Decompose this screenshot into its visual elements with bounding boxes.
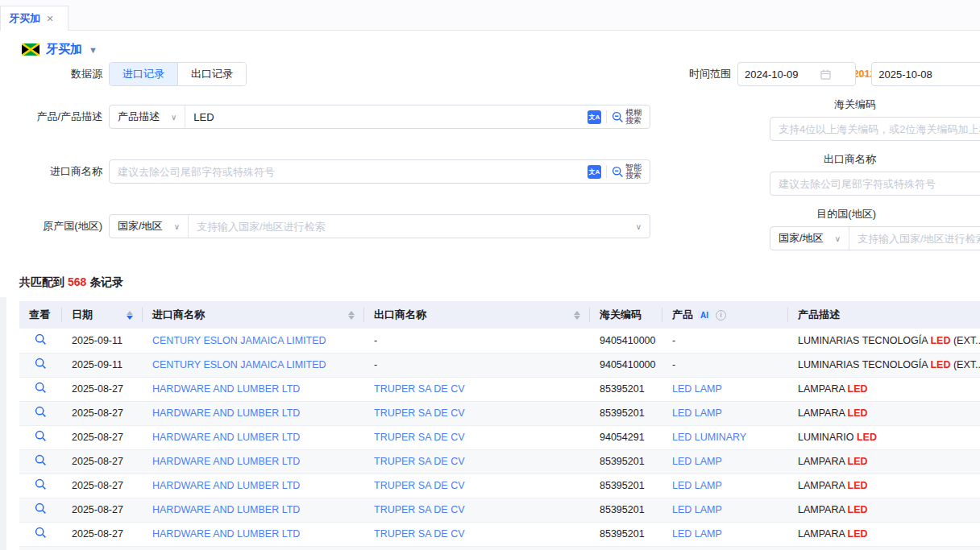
view-record-button[interactable] (19, 522, 62, 546)
view-record-button[interactable] (19, 473, 62, 498)
translate-icon[interactable]: 文A (588, 110, 601, 124)
importer-link[interactable]: CENTURY ESLON JAMAICA LIMITED (152, 359, 326, 370)
chevron-down-icon[interactable]: ▼ (89, 45, 98, 55)
product-cell: LED LUMINARY (662, 425, 788, 449)
search-icon[interactable] (35, 382, 47, 394)
export-records-button[interactable]: 出口记录 (178, 63, 246, 85)
search-icon[interactable] (35, 527, 47, 539)
date-to-input[interactable] (878, 68, 949, 81)
chevron-down-icon: ∨ (174, 222, 180, 231)
search-icon[interactable] (35, 358, 47, 370)
product-link[interactable]: LED LAMP (672, 407, 722, 419)
exporter-link[interactable]: TRUPER SA DE CV (374, 407, 465, 419)
product-cell: - (662, 329, 788, 353)
search-minus-icon (612, 111, 624, 123)
sort-button[interactable] (127, 311, 133, 320)
view-record-button[interactable] (19, 377, 62, 401)
hs-code-cell: 9405410000 (590, 353, 662, 377)
exporter-link[interactable]: TRUPER SA DE CV (374, 456, 465, 467)
exporter-link[interactable]: TRUPER SA DE CV (374, 383, 465, 395)
destination-country-select[interactable]: 国家/地区∨ (770, 227, 849, 250)
chevron-down-icon: ∨ (835, 234, 841, 243)
calendar-icon[interactable] (820, 69, 831, 80)
view-record-button[interactable] (19, 329, 62, 353)
exporter-cell: TRUPER SA DE CV (364, 546, 590, 550)
importer-link[interactable]: HARDWARE AND LUMBER LTD (152, 432, 300, 443)
product-cell: LED LAMP (662, 473, 788, 498)
hs-code-input[interactable] (770, 123, 980, 135)
column-header-3[interactable]: 出口商名称 (364, 301, 590, 329)
results-table: 查看日期进口商名称出口商名称海关编码产品AIi产品描述 2025-09-11CE… (19, 301, 980, 550)
column-header-2[interactable]: 进口商名称 (143, 301, 364, 329)
sort-button[interactable] (574, 311, 580, 320)
importer-link[interactable]: HARDWARE AND LUMBER LTD (152, 456, 300, 467)
importer-link[interactable]: CENTURY ESLON JAMAICA LIMITED (152, 335, 326, 346)
smart-search-button[interactable]: 智能搜索 (612, 163, 643, 180)
column-header-1[interactable]: 日期 (62, 301, 143, 329)
table-row: 2025-08-27HARDWARE AND LUMBER LTDTRUPER … (19, 425, 980, 449)
importer-name-input[interactable] (110, 166, 581, 178)
description-cell: LUMINARIAS TECNOLOGÍA LED (EXT... (788, 353, 980, 377)
country-title[interactable]: 牙买加 (46, 42, 82, 57)
close-icon[interactable]: × (47, 13, 53, 24)
search-icon[interactable] (35, 430, 47, 442)
importer-link[interactable]: HARDWARE AND LUMBER LTD (152, 480, 300, 491)
view-record-button[interactable] (19, 353, 62, 377)
date-from-input[interactable] (745, 68, 816, 81)
product-link[interactable]: LED LAMP (672, 383, 722, 395)
view-record-button[interactable] (19, 425, 62, 449)
exporter-name-input[interactable] (770, 178, 980, 190)
search-icon[interactable] (35, 502, 47, 515)
table-row: 2025-08-27HARDWARE AND LUMBER LTDTRUPER … (19, 377, 980, 401)
search-icon[interactable] (35, 454, 47, 466)
product-link[interactable]: LED LUMINARY (672, 432, 746, 443)
exporter-link[interactable]: TRUPER SA DE CV (374, 432, 465, 443)
result-count: 共匹配到568条记录 (19, 275, 980, 290)
column-header-5: 产品AIi (662, 301, 788, 329)
importer-link[interactable]: HARDWARE AND LUMBER LTD (152, 383, 300, 395)
product-field-select[interactable]: 产品描述∨ (110, 105, 185, 128)
fuzzy-search-button[interactable]: 模糊搜索 (612, 109, 643, 125)
date-cell: 2025-08-27 (62, 401, 143, 425)
product-search-input[interactable] (185, 111, 581, 123)
sort-button[interactable] (348, 311, 355, 320)
importer-cell: HARDWARE AND LUMBER LTD (143, 401, 364, 425)
search-icon[interactable] (35, 333, 47, 345)
product-link: - (672, 335, 675, 346)
search-icon[interactable] (35, 478, 47, 490)
importer-link[interactable]: HARDWARE AND LUMBER LTD (152, 504, 300, 515)
importer-cell: CENTURY ESLON JAMAICA LIMITED (143, 329, 364, 353)
view-record-button[interactable] (19, 401, 62, 425)
product-link[interactable]: LED LAMP (672, 456, 722, 467)
view-record-button[interactable] (19, 449, 62, 473)
destination-country-input[interactable] (849, 233, 980, 245)
date-cell: 2025-08-27 (62, 449, 143, 473)
column-header-6: 产品描述 (788, 301, 980, 329)
exporter-cell: TRUPER SA DE CV (364, 401, 590, 425)
product-link[interactable]: LED LAMP (672, 480, 722, 491)
exporter-link[interactable]: TRUPER SA DE CV (374, 504, 465, 515)
exporter-link[interactable]: TRUPER SA DE CV (374, 480, 465, 491)
view-record-button[interactable] (19, 498, 62, 522)
table-row: 2025-08-27HARDWARE AND LUMBER LTDTRUPER … (19, 449, 980, 473)
origin-country-input[interactable] (189, 221, 636, 233)
importer-link[interactable]: HARDWARE AND LUMBER LTD (152, 528, 300, 540)
hs-code-cell: 85395201 (590, 498, 662, 522)
translate-icon[interactable]: 文A (588, 165, 601, 179)
date-cell: 2025-09-11 (62, 329, 143, 353)
description-cell: LAMPARA LED (788, 522, 980, 546)
product-link[interactable]: LED LAMP (672, 504, 722, 515)
tab-jamaica[interactable]: 牙买加 × (0, 6, 69, 31)
import-records-button[interactable]: 进口记录 (110, 63, 178, 85)
origin-country-select[interactable]: 国家/地区∨ (110, 215, 189, 238)
date-cell: 2025-08-27 (62, 546, 143, 550)
jamaica-flag-icon (22, 43, 39, 56)
search-icon[interactable] (35, 406, 47, 418)
result-count-number: 568 (68, 275, 86, 288)
date-range-dash: – (861, 68, 866, 81)
importer-link[interactable]: HARDWARE AND LUMBER LTD (152, 407, 300, 419)
view-record-button[interactable] (19, 546, 62, 550)
info-icon[interactable]: i (716, 310, 726, 320)
exporter-link[interactable]: TRUPER SA DE CV (374, 528, 465, 540)
product-link[interactable]: LED LAMP (672, 528, 722, 540)
